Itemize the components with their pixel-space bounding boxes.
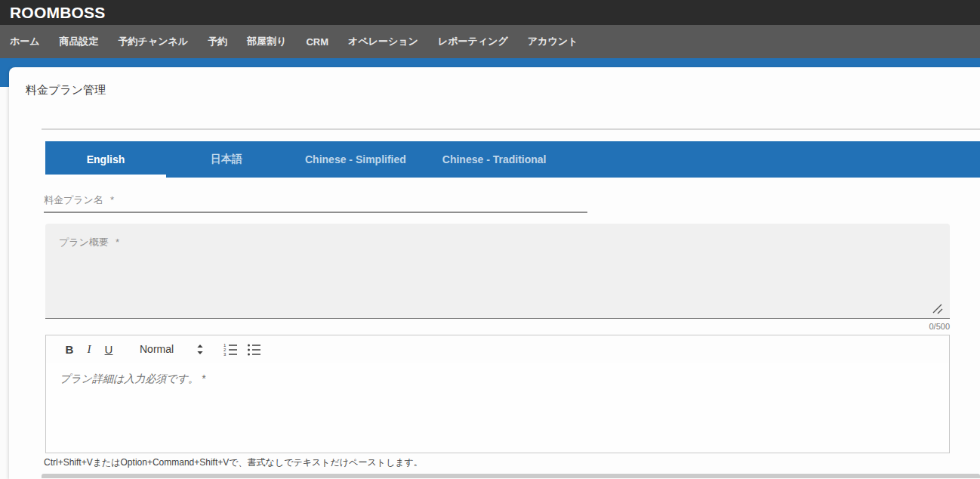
top-bar: ROOMBOSS <box>0 0 980 25</box>
nav-item-home[interactable]: ホーム <box>0 35 50 48</box>
chevron-up-down-icon <box>196 344 204 355</box>
content-card: 料金プラン管理 English 日本語 Chinese - Simplified… <box>9 67 980 479</box>
plan-detail-editor[interactable]: プラン詳細は入力必須です。 * <box>45 363 950 453</box>
plan-name-label: 料金プラン名* <box>44 193 114 207</box>
tab-chinese-simplified[interactable]: Chinese - Simplified <box>287 141 424 178</box>
nav-item-reporting[interactable]: レポーティング <box>428 35 518 48</box>
nav-item-operations[interactable]: オペレーション <box>338 35 428 48</box>
paste-hint-text: Ctrl+Shift+VまたはOption+Command+Shift+Vで、書… <box>44 456 423 469</box>
underline-button[interactable]: U <box>99 344 119 355</box>
language-tab-bar: English 日本語 Chinese - Simplified Chinese… <box>45 141 980 178</box>
required-asterisk: * <box>110 194 114 206</box>
format-select-value: Normal <box>140 343 174 355</box>
resize-handle-icon[interactable] <box>930 301 944 315</box>
plan-name-input[interactable]: 料金プラン名* <box>44 188 587 213</box>
tab-japanese[interactable]: 日本語 <box>166 141 287 178</box>
nav-item-account[interactable]: アカウント <box>518 35 588 48</box>
char-counter: 0/500 <box>45 322 950 331</box>
plan-summary-label: プラン概要* <box>59 236 119 249</box>
section-divider <box>42 128 980 130</box>
bullet-list-icon[interactable] <box>247 342 261 356</box>
nav-item-product-settings[interactable]: 商品設定 <box>50 35 109 48</box>
plan-summary-textarea[interactable]: プラン概要* <box>45 224 950 319</box>
app-root: ROOMBOSS ホーム 商品設定 予約チャンネル 予約 部屋割り CRM オペ… <box>0 0 980 479</box>
nav-item-crm[interactable]: CRM <box>296 36 338 48</box>
bold-button[interactable]: B <box>60 344 79 355</box>
roomboss-logo: ROOMBOSS <box>10 4 105 22</box>
nav-item-booking-channels[interactable]: 予約チャンネル <box>109 35 199 48</box>
format-select[interactable]: Normal <box>140 343 204 355</box>
next-section-edge <box>42 474 980 478</box>
editor-placeholder: プラン詳細は入力必須です。 * <box>60 372 205 386</box>
ordered-list-icon[interactable]: 1 2 3 <box>223 342 238 356</box>
nav-item-bookings[interactable]: 予約 <box>198 35 237 48</box>
required-asterisk: * <box>116 236 119 248</box>
editor-toolbar: B I U Normal 1 2 3 <box>45 335 950 363</box>
svg-text:3: 3 <box>223 352 227 356</box>
tab-chinese-traditional[interactable]: Chinese - Traditional <box>424 141 565 178</box>
tab-english[interactable]: English <box>45 141 166 178</box>
page-title: 料金プラン管理 <box>26 84 106 95</box>
nav-item-room-assignment[interactable]: 部屋割り <box>237 35 296 48</box>
italic-button[interactable]: I <box>79 344 99 355</box>
main-nav: ホーム 商品設定 予約チャンネル 予約 部屋割り CRM オペレーション レポー… <box>0 25 980 58</box>
